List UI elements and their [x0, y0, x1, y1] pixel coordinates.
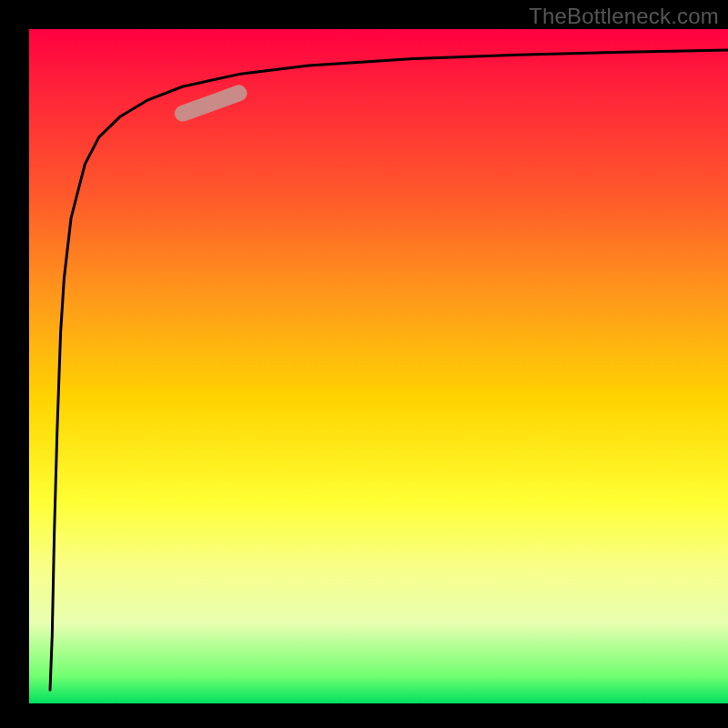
curve-layer [29, 29, 728, 703]
chart-frame: TheBottleneck.com [0, 0, 728, 728]
watermark-text: TheBottleneck.com [529, 4, 719, 29]
highlight-pill [183, 93, 238, 113]
bottleneck-curve [50, 50, 728, 690]
plot-area [29, 29, 728, 703]
